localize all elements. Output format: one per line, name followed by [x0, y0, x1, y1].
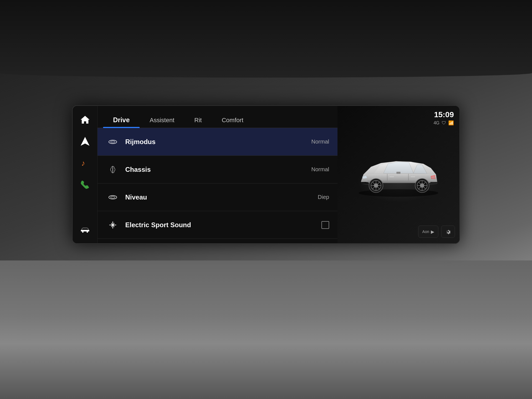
status-icons: 4G 🛡 📶 — [434, 120, 454, 126]
niveau-value: Diep — [318, 194, 329, 200]
svg-text:♪: ♪ — [81, 159, 85, 167]
infotainment-screen: ♪ — [72, 105, 460, 244]
menu-item-electric-sport-sound[interactable]: Electric Sport Sound — [98, 211, 337, 239]
rijmodus-value: Normal — [311, 139, 329, 145]
svg-point-3 — [82, 231, 83, 232]
svg-rect-16 — [362, 182, 369, 184]
svg-rect-33 — [410, 176, 415, 177]
status-bar: 15:09 4G 🛡 📶 — [434, 110, 454, 126]
auto-label: Aon — [422, 229, 429, 234]
sidebar-media-icon[interactable]: ♪ — [77, 155, 93, 171]
menu-list: Rijmodus Normal Chassis Normal — [98, 128, 337, 243]
time-display: 15:09 — [434, 110, 454, 119]
svg-point-9 — [111, 196, 115, 198]
svg-point-4 — [86, 231, 88, 232]
tab-rit[interactable]: Rit — [184, 113, 212, 128]
sidebar-car-icon[interactable] — [77, 221, 93, 238]
car-image — [349, 147, 448, 202]
svg-rect-34 — [397, 172, 400, 174]
svg-point-12 — [112, 224, 113, 226]
niveau-icon — [106, 193, 120, 202]
svg-point-6 — [111, 141, 115, 142]
menu-item-rijmodus[interactable]: Rijmodus Normal — [98, 128, 337, 156]
sidebar-phone-icon[interactable] — [77, 176, 93, 193]
security-icon: 🛡 — [442, 121, 446, 126]
rijmodus-label: Rijmodus — [125, 138, 311, 146]
control-row: Aon ▶ — [418, 226, 455, 238]
signal-icon: 4G — [434, 121, 439, 126]
svg-rect-2 — [81, 230, 89, 231]
svg-rect-32 — [389, 176, 394, 177]
electric-sport-sound-icon — [106, 221, 120, 229]
play-icon: ▶ — [431, 229, 434, 234]
tab-assistent[interactable]: Assistent — [140, 113, 184, 128]
tab-drive[interactable]: Drive — [103, 112, 140, 128]
wifi-icon: 📶 — [448, 120, 454, 126]
tab-comfort[interactable]: Comfort — [212, 113, 253, 128]
menu-item-niveau[interactable]: Niveau Diep — [98, 183, 337, 211]
main-content: Drive Assistent Rit Comfort — [98, 106, 337, 243]
sidebar-navigation-icon[interactable] — [77, 133, 93, 150]
sidebar: ♪ — [73, 106, 98, 243]
menu-item-chassis[interactable]: Chassis Normal — [98, 156, 337, 183]
electric-sport-sound-label: Electric Sport Sound — [125, 221, 321, 229]
chassis-value: Normal — [311, 166, 329, 173]
car-visual — [346, 141, 451, 208]
niveau-label: Niveau — [125, 193, 318, 201]
settings-button[interactable] — [441, 226, 455, 238]
chassis-icon — [106, 165, 120, 174]
svg-marker-0 — [81, 137, 89, 146]
svg-point-8 — [109, 195, 117, 199]
electric-sport-sound-checkbox[interactable] — [321, 221, 329, 229]
chassis-label: Chassis — [125, 166, 311, 173]
bottom-controls: Aon ▶ — [418, 226, 455, 238]
sidebar-home-icon[interactable] — [77, 111, 93, 128]
dashboard-background: ♪ — [0, 0, 532, 399]
auto-button[interactable]: Aon ▶ — [418, 226, 438, 238]
rijmodus-icon — [106, 137, 120, 146]
svg-point-5 — [109, 140, 117, 144]
tab-bar: Drive Assistent Rit Comfort — [98, 106, 337, 128]
right-panel: 15:09 4G 🛡 📶 — [337, 106, 459, 243]
